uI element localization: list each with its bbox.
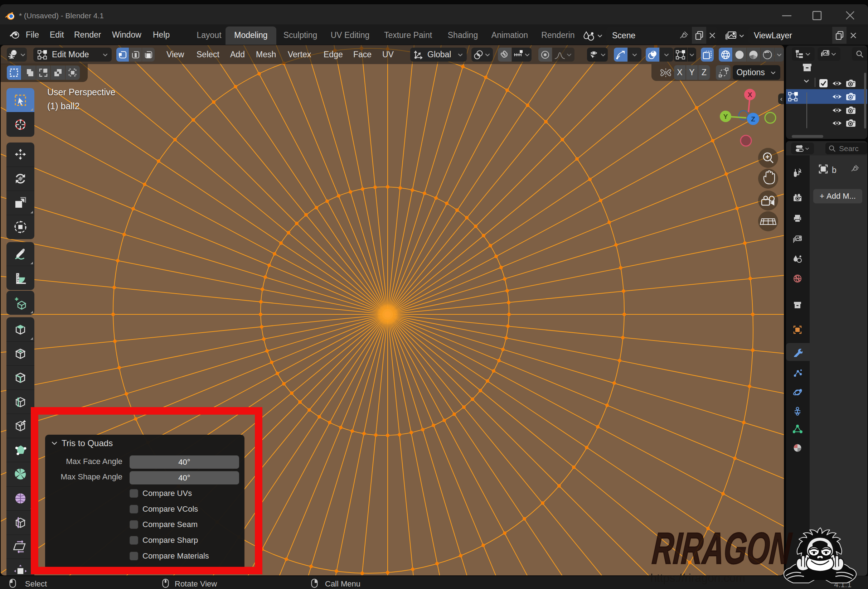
svg-text:Z: Z <box>751 115 755 123</box>
svg-text:Y: Y <box>723 113 728 120</box>
svg-text:X: X <box>748 91 752 98</box>
